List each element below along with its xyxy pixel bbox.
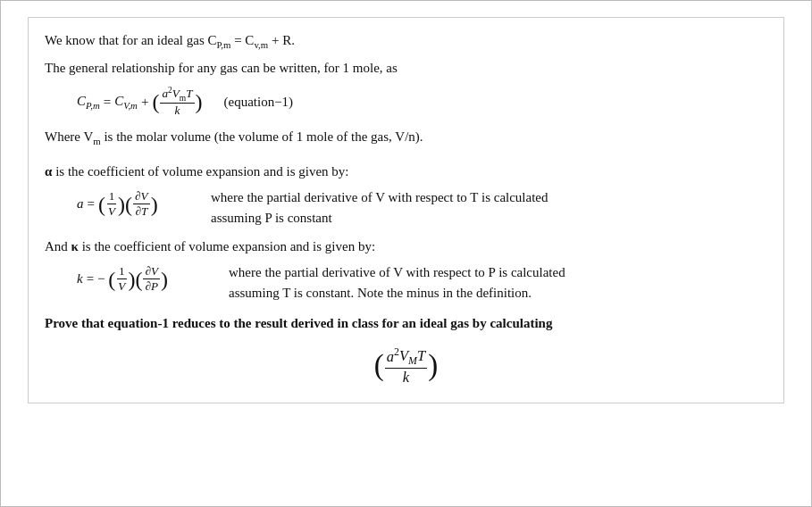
kappa-desc-line1: where the partial derivative of V with r… (229, 262, 565, 283)
content-box: We know that for an ideal gas CP,m = Cv,… (28, 17, 784, 403)
kappa-k: k (77, 271, 83, 287)
kappa-eq: = − (87, 271, 105, 287)
line3-para: Where Vm is the molar volume (the volume… (45, 127, 767, 149)
kappa-description: where the partial derivative of V with r… (229, 262, 565, 303)
kappa-desc-line2: assuming T is constant. Note the minus i… (229, 283, 565, 303)
line3-text: Where Vm is the molar volume (the volume… (45, 129, 423, 144)
kappa-f1-num: 1 (117, 264, 127, 279)
kappa-lp2: ( (135, 269, 142, 290)
kappa-rp2: ) (161, 269, 168, 290)
kappa-f1-den: V (116, 279, 127, 294)
alpha-text: α is the coefficient of volume expansion… (45, 164, 349, 179)
page-container: We know that for an ideal gas CP,m = Cv,… (0, 0, 812, 507)
kappa-frac2-wrap: ( ∂V ∂P ) (135, 264, 168, 294)
alpha-equation-block: a = ( 1 V ) ( ∂V ∂T (77, 187, 767, 228)
alpha-lp1: ( (98, 194, 105, 215)
eq1-rparen: ) (196, 91, 203, 112)
kappa-text: And κ is the coefficient of volume expan… (45, 239, 375, 254)
alpha-f1-num: 1 (107, 189, 117, 204)
center-lparen: ( (374, 351, 384, 380)
eq1-equals: = (104, 95, 111, 110)
equation1-block: CP,m = CV,m + ( a2VmT k ) (equation−1) (45, 86, 767, 118)
center-rparen: ) (428, 351, 438, 380)
alpha-description: where the partial derivative of V with r… (211, 187, 548, 228)
alpha-rp1: ) (118, 194, 125, 215)
kappa-frac1-wrap: ( 1 V ) (108, 264, 135, 294)
alpha-eq: = (88, 196, 95, 212)
kappa-intro: And κ is the coefficient of volume expan… (45, 237, 767, 257)
alpha-rp2: ) (151, 194, 158, 215)
eq1-label: (equation−1) (224, 95, 294, 110)
alpha-f2-den: ∂T (133, 204, 149, 219)
equation1-row: CP,m = CV,m + ( a2VmT k ) (equation−1) (77, 86, 767, 118)
eq1-plus: + (141, 95, 148, 110)
alpha-f2-num: ∂V (133, 189, 150, 204)
kappa-equation-block: k = − ( 1 V ) ( ∂V ∂P (77, 262, 767, 303)
center-formula-block: ( a2VMT k ) (45, 345, 767, 387)
eq1-cvm: CV,m (114, 94, 138, 111)
alpha-desc-line2: assuming P is constant (211, 208, 548, 229)
alpha-frac1: 1 V (106, 189, 117, 219)
kappa-formula: k = − ( 1 V ) ( ∂V ∂P (77, 264, 220, 294)
line1-text: We know that for an ideal gas CP,m = Cv,… (45, 33, 295, 47)
bold-line-text: Prove that equation-1 reduces to the res… (45, 316, 552, 330)
alpha-formula: a = ( 1 V ) ( ∂V ∂T (77, 189, 202, 219)
kappa-rp1: ) (128, 269, 135, 290)
center-den: k (401, 369, 411, 386)
eq1-frac-wrap: ( a2VmT k ) (152, 86, 202, 118)
eq1-lparen: ( (152, 91, 159, 112)
alpha-intro: α is the coefficient of volume expansion… (45, 162, 767, 182)
alpha-a: a (77, 196, 84, 212)
alpha-f1-den: V (106, 204, 117, 219)
kappa-frac1: 1 V (116, 264, 127, 294)
alpha-frac1-wrap: ( 1 V ) (98, 189, 125, 219)
line2-para: The general relationship for any gas can… (45, 58, 767, 79)
eq1-den: k (173, 104, 182, 118)
kappa-lp1: ( (108, 269, 115, 290)
center-fraction: a2VMT k (385, 345, 427, 387)
alpha-desc-line1: where the partial derivative of V with r… (211, 187, 548, 208)
kappa-frac2: ∂V ∂P (143, 264, 160, 294)
line2-text: The general relationship for any gas can… (45, 61, 398, 75)
eq1-lhs: CP,m (77, 94, 100, 111)
alpha-frac2: ∂V ∂T (133, 189, 150, 219)
line1-para: We know that for an ideal gas CP,m = Cv,… (45, 30, 767, 53)
center-num: a2VMT (385, 345, 427, 370)
kappa-f2-den: ∂P (143, 279, 160, 294)
center-frac-wrap: ( a2VMT k ) (374, 345, 438, 387)
bold-line-para: Prove that equation-1 reduces to the res… (45, 313, 767, 334)
alpha-frac2-wrap: ( ∂V ∂T ) (125, 189, 158, 219)
kappa-f2-num: ∂V (143, 264, 160, 279)
alpha-lp2: ( (125, 194, 132, 215)
eq1-num: a2VmT (160, 86, 194, 104)
eq1-fraction: a2VmT k (160, 86, 194, 118)
